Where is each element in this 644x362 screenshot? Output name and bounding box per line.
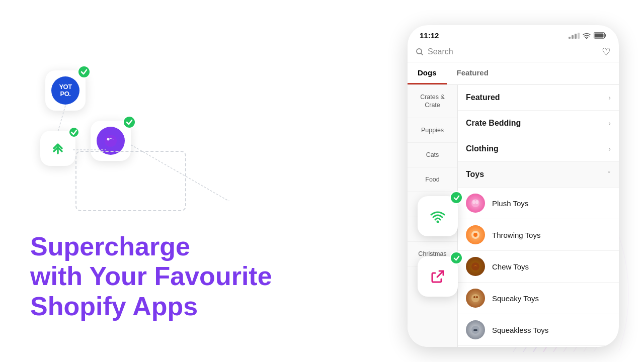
submenu-plush-toys[interactable]: Plush Toys	[458, 188, 619, 219]
battery-icon	[594, 32, 607, 39]
phone-mockup: 11:12	[408, 25, 619, 347]
menu-item-toys[interactable]: Toys ˅	[458, 162, 619, 188]
chew-toys-thumb	[466, 257, 485, 276]
clothing-chevron: ›	[608, 145, 611, 153]
crate-bedding-label: Crate Bedding	[466, 119, 521, 128]
dashed-placeholder-rect	[75, 151, 186, 211]
wifi-check-badge	[450, 191, 463, 204]
link-check-badge	[450, 251, 463, 264]
yotpo-check-badge	[77, 65, 91, 78]
squeakless-toys-thumb	[466, 320, 485, 339]
arrow-icon-box	[40, 131, 75, 166]
wifi-status-icon	[583, 33, 591, 39]
svg-rect-8	[569, 37, 571, 39]
link-app-icon-wrapper	[418, 256, 458, 297]
tab-dogs[interactable]: Dogs	[408, 62, 447, 84]
yotpo-logo: YOTPO.	[51, 76, 79, 105]
menu-item-featured[interactable]: Featured ›	[458, 85, 619, 111]
svg-point-21	[473, 233, 477, 237]
submenu-squeaky-toys[interactable]: Squeaky Toys	[458, 283, 619, 314]
svg-point-19	[475, 200, 478, 204]
tab-featured[interactable]: Featured	[447, 62, 499, 84]
submenu-throwing-toys[interactable]: Throwing Toys	[458, 219, 619, 251]
search-bar[interactable]: Search ♡	[408, 42, 619, 62]
svg-rect-14	[595, 34, 604, 38]
arrow-up-icon	[50, 140, 66, 156]
featured-chevron: ›	[608, 94, 611, 102]
phone-inner: 11:12	[408, 25, 619, 347]
clothing-label: Clothing	[466, 144, 499, 153]
wifi-signal-icon	[428, 207, 447, 226]
throwing-toys-label: Throwing Toys	[492, 231, 540, 239]
heart-icon[interactable]: ♡	[602, 46, 611, 58]
svg-rect-27	[473, 329, 477, 331]
heading-area: Supercharge with Your Favourite Shopify …	[30, 232, 272, 322]
svg-point-25	[476, 296, 478, 298]
yotpo-icon-box: YOTPO.	[45, 70, 86, 111]
svg-rect-9	[572, 35, 574, 39]
featured-label: Featured	[466, 93, 500, 102]
yotpo-app-icon: YOTPO.	[45, 70, 86, 111]
squeakless-toys-label: Squeakless Toys	[492, 326, 548, 334]
svg-rect-10	[575, 34, 577, 39]
category-food[interactable]: Food	[408, 167, 457, 192]
plush-toys-label: Plush Toys	[492, 199, 528, 208]
chew-toys-label: Chew Toys	[492, 262, 529, 271]
menu-list: Featured › Crate Bedding › Clothing › To…	[458, 85, 619, 347]
purple-check-badge	[123, 116, 136, 129]
svg-line-16	[421, 53, 423, 55]
submenu-squeakless-toys[interactable]: Squeakless Toys	[458, 314, 619, 346]
nav-tabs: Dogs Featured	[408, 62, 619, 85]
svg-point-7	[437, 221, 439, 223]
link-icon-box	[418, 256, 458, 297]
search-text: Search	[428, 47, 453, 56]
external-link-icon	[428, 267, 447, 286]
category-cats[interactable]: Cats	[408, 143, 457, 167]
toys-label: Toys	[466, 170, 484, 179]
svg-point-12	[586, 38, 587, 39]
svg-point-22	[471, 262, 479, 270]
search-icon	[416, 48, 424, 56]
menu-item-clothing[interactable]: Clothing ›	[458, 136, 619, 162]
status-time: 11:12	[420, 31, 439, 40]
squeaky-toys-label: Squeaky Toys	[492, 294, 539, 303]
main-heading: Supercharge with Your Favourite Shopify …	[30, 232, 272, 322]
svg-point-2	[107, 138, 110, 141]
crate-bedding-chevron: ›	[608, 119, 611, 127]
wifi-icon-box	[418, 196, 458, 236]
status-bar: 11:12	[408, 25, 619, 42]
app-icons-area: YOTPO.	[30, 40, 312, 201]
status-icons	[569, 32, 607, 39]
signal-icon	[569, 33, 580, 39]
category-crates[interactable]: Crates & Crate	[408, 85, 457, 118]
throwing-toys-thumb	[466, 225, 485, 244]
svg-rect-11	[578, 33, 580, 39]
menu-item-crate-bedding[interactable]: Crate Bedding ›	[458, 111, 619, 136]
submenu-interactive-toys[interactable]: Interactive Toys	[458, 346, 619, 347]
svg-point-1	[105, 135, 117, 147]
svg-point-18	[472, 200, 475, 204]
search-input-area[interactable]: Search	[416, 47, 453, 56]
svg-point-17	[471, 199, 479, 207]
arrow-app-icon	[40, 131, 75, 166]
svg-point-24	[473, 296, 475, 298]
toys-chevron: ˅	[607, 170, 611, 178]
category-puppies[interactable]: Puppies	[408, 118, 457, 143]
submenu-chew-toys[interactable]: Chew Toys	[458, 251, 619, 283]
arrow-check-badge	[68, 127, 79, 138]
plush-toys-thumb	[466, 194, 485, 213]
squeaky-toys-thumb	[466, 289, 485, 308]
wifi-app-icon-wrapper	[418, 196, 458, 236]
svg-point-23	[471, 294, 479, 302]
